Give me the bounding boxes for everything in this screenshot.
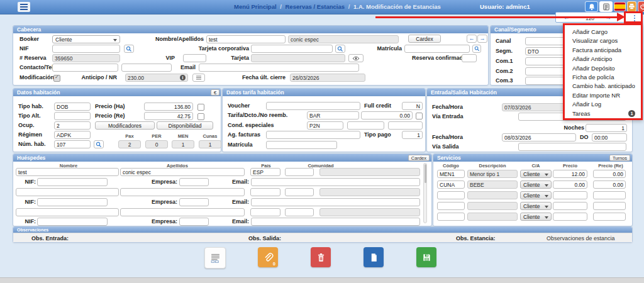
tarjeta-eye-button[interactable] xyxy=(348,54,364,62)
nif-input[interactable] xyxy=(52,45,120,53)
service-1-precio-input[interactable] xyxy=(553,170,587,178)
email-input[interactable] xyxy=(199,64,359,72)
logout-button[interactable] xyxy=(638,1,644,12)
service-5-precio-input[interactable] xyxy=(553,213,587,221)
cardex-button[interactable]: Cardex xyxy=(408,35,441,43)
guest-2-empresa-input[interactable] xyxy=(179,198,209,206)
breadcrumb-menu-principal[interactable]: Menú Principal xyxy=(234,3,277,10)
precio-ha-input[interactable] xyxy=(144,103,193,111)
service-2-precio-re-input[interactable] xyxy=(593,180,626,189)
guest-3-comunidad-code-input[interactable] xyxy=(285,208,314,216)
service-5-precio-re-input[interactable] xyxy=(593,213,626,221)
modificadores-button[interactable]: Modificadores xyxy=(95,121,155,130)
service-2-codigo-input[interactable] xyxy=(437,180,465,189)
cond-especiales-input-1[interactable] xyxy=(307,121,343,130)
reserva-confirmada-input[interactable] xyxy=(462,54,477,62)
ocup-input[interactable] xyxy=(54,121,91,130)
print-button[interactable] xyxy=(627,1,636,12)
guest-1-nombre-input[interactable] xyxy=(16,168,119,176)
service-3-precio-input[interactable] xyxy=(553,191,587,199)
menu-item-anadir-log[interactable]: Añadir Log xyxy=(565,100,641,109)
guest-2-apellidos-input[interactable] xyxy=(120,188,245,196)
via-salida-input[interactable] xyxy=(518,143,626,151)
next-reserva-button[interactable]: → xyxy=(477,35,487,43)
nif-search-button[interactable] xyxy=(124,45,134,53)
guest-3-empresa-input[interactable] xyxy=(179,218,209,226)
precio-re-checkbox[interactable] xyxy=(197,113,204,120)
euro-button[interactable]: € xyxy=(211,89,219,96)
anticipo-info-icon[interactable]: i xyxy=(180,75,186,80)
tipo-pago-input[interactable] xyxy=(402,131,423,139)
tarjeta-corporativa-search-button[interactable] xyxy=(335,45,345,53)
matricula-search-button[interactable] xyxy=(472,45,481,53)
service-4-ca-select[interactable]: Cliente xyxy=(520,202,552,210)
tarjeta-corporativa-input[interactable] xyxy=(251,45,333,53)
service-2-precio-input[interactable] xyxy=(553,180,587,189)
service-4-precio-input[interactable] xyxy=(553,202,587,210)
contacto-input[interactable] xyxy=(52,64,118,72)
modificacion-checkbox[interactable] xyxy=(53,75,60,82)
service-4-codigo-input[interactable] xyxy=(437,202,465,210)
num-hab-input[interactable] xyxy=(54,140,91,148)
service-5-codigo-input[interactable] xyxy=(437,213,465,221)
anticipo-list-button[interactable] xyxy=(192,74,205,82)
save-button[interactable] xyxy=(416,247,436,267)
voucher-input[interactable] xyxy=(266,102,360,110)
fecha-salida-input[interactable] xyxy=(502,133,576,142)
huespedes-scrollbar[interactable] xyxy=(423,163,427,223)
service-4-precio-re-input[interactable] xyxy=(593,202,626,210)
menu-item-anadir-cargo[interactable]: Añadir Cargo xyxy=(565,28,641,36)
service-3-codigo-input[interactable] xyxy=(437,191,465,199)
guest-3-email-input[interactable] xyxy=(251,218,420,226)
hamburger-menu-button[interactable] xyxy=(18,2,30,12)
tipo-alt-input[interactable] xyxy=(54,112,91,120)
guest-1-apellidos-input[interactable] xyxy=(120,168,245,176)
precio-re-input[interactable] xyxy=(144,112,193,120)
guest-2-nombre-input[interactable] xyxy=(16,188,119,196)
vip-input[interactable] xyxy=(183,54,206,62)
guest-3-apellidos-input[interactable] xyxy=(120,208,245,216)
guest-1-pais-input[interactable] xyxy=(250,168,280,176)
tarifa-input[interactable] xyxy=(307,111,359,119)
menu-item-ficha-policia[interactable]: Ficha de policía xyxy=(565,73,641,82)
no-reembolsable-checkbox[interactable] xyxy=(416,113,423,119)
guest-1-email-input[interactable] xyxy=(251,178,420,186)
attachments-button[interactable]: 0 xyxy=(258,247,278,267)
prev-reserva-button[interactable]: ← xyxy=(467,35,477,43)
service-3-precio-re-input[interactable] xyxy=(593,191,626,199)
matricula-input[interactable] xyxy=(404,45,470,53)
service-1-precio-re-input[interactable] xyxy=(593,170,626,178)
service-2-ca-select[interactable]: Cliente xyxy=(520,180,552,189)
notifications-button[interactable] xyxy=(585,1,598,12)
apellidos-input[interactable] xyxy=(288,35,399,43)
report-button[interactable] xyxy=(204,247,226,269)
cond-especiales-input-2[interactable] xyxy=(347,121,384,130)
menu-item-visualizar-cargos[interactable]: Visualizar cargos xyxy=(565,36,641,45)
delete-button[interactable] xyxy=(311,247,331,267)
regimen-input[interactable] xyxy=(54,131,91,139)
menu-item-anadir-deposito[interactable]: Añadir Depósito xyxy=(565,64,641,73)
breadcrumb-reservas-estancias[interactable]: Reservas / Estancias xyxy=(286,3,345,10)
guest-1-nif-input[interactable] xyxy=(37,178,108,186)
disponibilidad-button[interactable]: Disponibilidad xyxy=(157,121,213,130)
log-list-button[interactable] xyxy=(599,1,613,12)
guest-2-comunidad-code-input[interactable] xyxy=(285,188,314,196)
tarifa-dcto-input[interactable] xyxy=(361,111,413,119)
turnos-button[interactable]: Turnos xyxy=(609,155,630,161)
service-1-codigo-input[interactable] xyxy=(437,170,465,178)
huespedes-cardex-button[interactable]: Cardex xyxy=(408,155,430,161)
menu-item-tareas[interactable]: Tareas 1 xyxy=(565,109,641,118)
nombre-input[interactable] xyxy=(206,35,286,43)
language-flag-button[interactable] xyxy=(614,2,626,11)
guest-2-email-input[interactable] xyxy=(251,198,420,206)
tarifa-matricula-input[interactable] xyxy=(266,141,337,149)
noches-input[interactable] xyxy=(586,124,627,132)
telefono-input[interactable] xyxy=(121,64,172,72)
service-1-ca-select[interactable]: Cliente xyxy=(520,170,552,178)
tipo-hab-input[interactable] xyxy=(54,103,91,111)
menu-item-cambio-hab[interactable]: Cambio hab. anticipado xyxy=(565,82,641,91)
menu-item-factura-anticipada[interactable]: Factura anticipada xyxy=(565,46,641,55)
precio-ha-checkbox[interactable] xyxy=(197,104,204,111)
full-credit-input[interactable] xyxy=(402,102,423,110)
service-3-ca-select[interactable]: Cliente xyxy=(520,191,552,199)
